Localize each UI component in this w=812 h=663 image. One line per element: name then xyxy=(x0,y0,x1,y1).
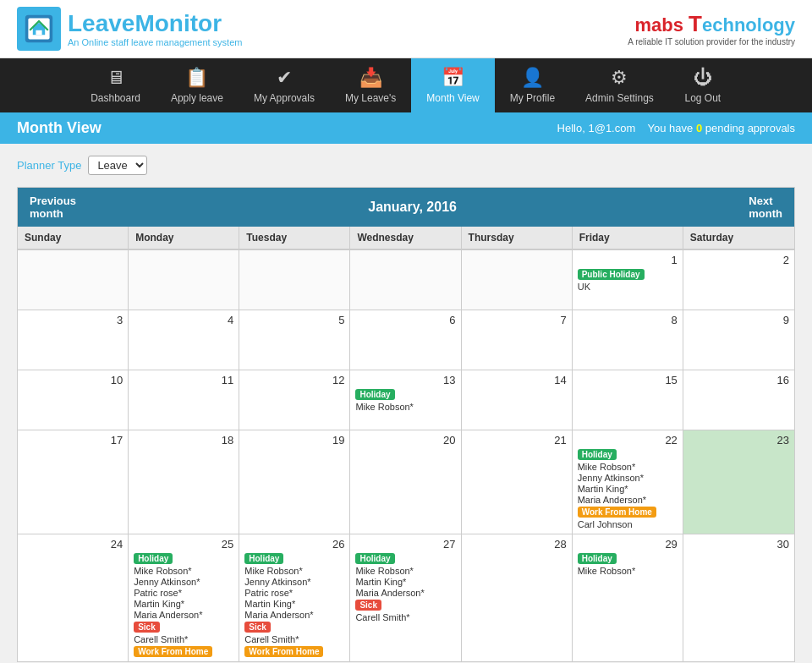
cal-cell-empty-1 xyxy=(18,250,129,310)
month-view-icon: 📅 xyxy=(442,67,464,89)
cal-cell-jan21[interactable]: 21 xyxy=(462,430,573,534)
cal-cell-jan20[interactable]: 20 xyxy=(350,430,461,534)
my-profile-icon: 👤 xyxy=(521,67,544,89)
date-4: 4 xyxy=(134,314,233,326)
nav-bar: 🖥 Dashboard 📋 Apply leave ✔ My Approvals… xyxy=(0,58,812,112)
cal-cell-jan28[interactable]: 28 xyxy=(462,534,573,661)
calendar-row-2: 3 4 5 6 7 8 9 xyxy=(18,310,794,370)
date-5: 5 xyxy=(244,314,344,326)
date-30: 30 xyxy=(689,538,789,551)
cal-cell-jan3[interactable]: 3 xyxy=(18,310,129,370)
nav-my-profile[interactable]: 👤 My Profile xyxy=(495,58,570,112)
nav-my-approvals[interactable]: ✔ My Approvals xyxy=(239,58,330,112)
top-header: LeaveMonitor An Online staff leave manag… xyxy=(0,0,812,58)
cal-cell-jan30[interactable]: 30 xyxy=(683,534,794,661)
prev-month-button[interactable]: Previousmonth xyxy=(30,195,76,220)
date-17: 17 xyxy=(23,434,123,447)
date-7: 7 xyxy=(467,314,567,326)
date-21: 21 xyxy=(467,434,567,447)
cal-cell-jan29[interactable]: 29 Holiday Mike Robson* xyxy=(573,534,683,661)
date-25: 25 xyxy=(134,538,233,551)
cal-cell-jan24[interactable]: 24 xyxy=(18,534,129,661)
planner-type-row: Planner Type Leave Other xyxy=(17,156,795,175)
cal-cell-jan7[interactable]: 7 xyxy=(462,310,573,370)
date-29: 29 xyxy=(578,538,678,551)
brand-name: LeaveMonitor xyxy=(68,9,242,38)
person-mike-22: Mike Robson* xyxy=(578,462,678,472)
nav-my-approvals-label: My Approvals xyxy=(254,92,315,104)
page-user-info: Hello, 1@1.com You have 0 pending approv… xyxy=(557,122,795,134)
nav-my-leaves-label: My Leave's xyxy=(345,92,396,104)
person-jenny-26: Jenny Atkinson* xyxy=(244,577,344,587)
cal-cell-jan22[interactable]: 22 Holiday Mike Robson* Jenny Atkinson* … xyxy=(573,430,683,534)
cal-cell-jan6[interactable]: 6 xyxy=(350,310,461,370)
nav-apply-leave[interactable]: 📋 Apply leave xyxy=(156,58,239,112)
cal-cell-jan15[interactable]: 15 xyxy=(573,370,683,430)
company-m: m xyxy=(635,14,652,36)
date-2: 2 xyxy=(689,254,789,266)
person-martin-26: Martin King* xyxy=(244,599,344,609)
cal-cell-jan9[interactable]: 9 xyxy=(683,310,794,370)
cal-cell-jan16[interactable]: 16 xyxy=(683,370,794,430)
company-echnology: echnology xyxy=(702,14,795,36)
nav-log-out[interactable]: ⏻ Log Out xyxy=(669,58,737,112)
badge-holiday-27: Holiday xyxy=(355,553,394,564)
pending-count: 0 xyxy=(696,122,702,134)
next-month-button[interactable]: Nextmonth xyxy=(749,195,782,220)
nav-admin-settings-label: Admin Settings xyxy=(585,92,654,104)
person-uk-1: UK xyxy=(578,282,678,292)
svg-rect-2 xyxy=(36,30,41,35)
person-carl-22: Carl Johnson xyxy=(578,519,678,529)
cal-cell-jan23[interactable]: 23 xyxy=(683,430,794,534)
cal-cell-jan13[interactable]: 13 Holiday Mike Robson* xyxy=(350,370,461,430)
person-mike-29: Mike Robson* xyxy=(578,566,678,576)
cal-cell-jan19[interactable]: 19 xyxy=(239,430,350,534)
calendar-header: Sunday Monday Tuesday Wednesday Thursday… xyxy=(18,227,794,249)
person-martin-22: Martin King* xyxy=(578,484,678,494)
cal-cell-jan11[interactable]: 11 xyxy=(129,370,239,430)
nav-dashboard[interactable]: 🖥 Dashboard xyxy=(75,58,156,112)
date-20: 20 xyxy=(355,434,455,447)
badge-holiday-26: Holiday xyxy=(244,553,283,564)
nav-month-view[interactable]: 📅 Month View xyxy=(411,58,494,112)
person-jenny-25: Jenny Atkinson* xyxy=(134,577,233,587)
cal-cell-jan1[interactable]: 1 Public Holiday UK xyxy=(573,250,683,310)
person-carell-25: Carell Smith* xyxy=(134,634,233,644)
calendar: Previousmonth January, 2016 Nextmonth Su… xyxy=(17,187,795,662)
admin-settings-icon: ⚙ xyxy=(611,67,628,89)
cal-cell-jan14[interactable]: 14 xyxy=(462,370,573,430)
log-out-icon: ⏻ xyxy=(694,67,712,89)
date-16: 16 xyxy=(689,374,789,386)
cal-cell-jan26[interactable]: 26 Holiday Mike Robson* Jenny Atkinson* … xyxy=(239,534,350,661)
date-27: 27 xyxy=(355,538,455,551)
cal-cell-jan10[interactable]: 10 xyxy=(18,370,129,430)
planner-type-select[interactable]: Leave Other xyxy=(88,156,147,175)
nav-my-leaves[interactable]: 📥 My Leave's xyxy=(330,58,411,112)
person-carell-26: Carell Smith* xyxy=(244,634,344,644)
cal-cell-jan4[interactable]: 4 xyxy=(129,310,239,370)
my-leaves-icon: 📥 xyxy=(359,67,382,89)
badge-sick-27: Sick xyxy=(355,600,381,611)
cal-cell-jan27[interactable]: 27 Holiday Mike Robson* Martin King* Mar… xyxy=(350,534,461,661)
cal-cell-jan12[interactable]: 12 xyxy=(239,370,350,430)
badge-public-holiday-1: Public Holiday xyxy=(578,269,645,280)
person-martin-25: Martin King* xyxy=(134,599,233,609)
logo-box xyxy=(17,7,61,51)
company-abs: abs xyxy=(651,14,689,36)
cal-cell-jan5[interactable]: 5 xyxy=(239,310,350,370)
cal-cell-jan18[interactable]: 18 xyxy=(129,430,239,534)
cal-cell-jan17[interactable]: 17 xyxy=(18,430,129,534)
nav-admin-settings[interactable]: ⚙ Admin Settings xyxy=(570,58,669,112)
nav-apply-leave-label: Apply leave xyxy=(171,92,223,104)
cal-cell-jan2[interactable]: 2 xyxy=(683,250,794,310)
cal-cell-jan25[interactable]: 25 Holiday Mike Robson* Jenny Atkinson* … xyxy=(129,534,239,661)
date-8: 8 xyxy=(578,314,678,326)
user-greeting: Hello, 1@1.com xyxy=(557,122,636,134)
calendar-title: January, 2016 xyxy=(368,200,457,215)
cal-cell-jan8[interactable]: 8 xyxy=(573,310,683,370)
header-saturday: Saturday xyxy=(683,227,794,249)
header-sunday: Sunday xyxy=(18,227,129,249)
badge-holiday-29: Holiday xyxy=(578,553,617,564)
dashboard-icon: 🖥 xyxy=(107,67,125,89)
person-mike-13: Mike Robson* xyxy=(355,402,455,412)
